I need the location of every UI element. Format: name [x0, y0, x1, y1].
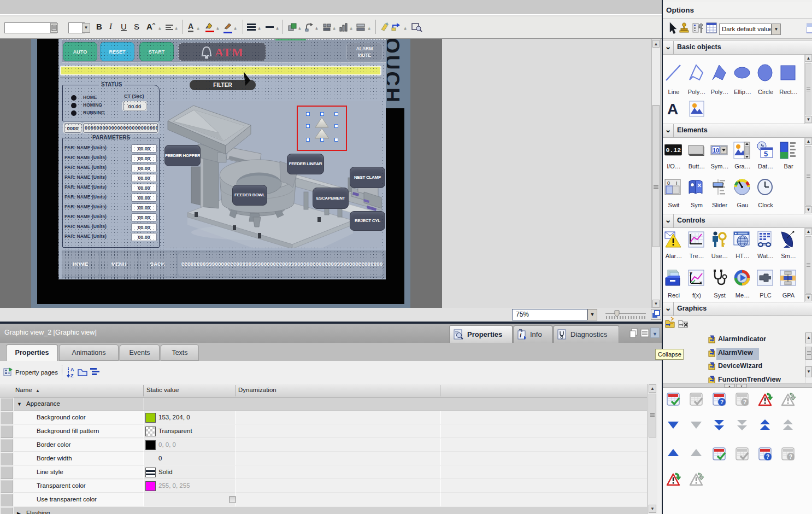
- svg-text:?: ?: [743, 399, 746, 405]
- svg-text:?: ?: [766, 454, 769, 460]
- svg-text:0: 0: [667, 180, 670, 186]
- svg-text:0.12: 0.12: [666, 147, 681, 154]
- svg-text:A: A: [70, 367, 74, 372]
- svg-text:5: 5: [764, 150, 768, 158]
- svg-text:10: 10: [713, 147, 719, 154]
- svg-text:?: ?: [789, 454, 792, 460]
- svg-text:Z: Z: [70, 373, 74, 378]
- svg-text:?: ?: [720, 399, 723, 405]
- svg-text:I: I: [676, 180, 678, 186]
